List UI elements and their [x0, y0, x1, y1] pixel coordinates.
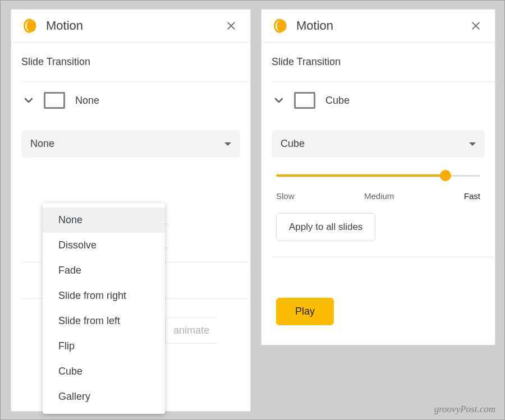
- panel-header: Motion: [261, 10, 495, 42]
- slide-icon: [44, 92, 65, 109]
- close-icon[interactable]: [468, 18, 484, 34]
- panel-header: Motion: [11, 10, 250, 42]
- label-fast: Fast: [464, 191, 480, 201]
- panel-title: Motion: [46, 19, 223, 33]
- motion-icon: [21, 17, 38, 34]
- dropdown-caret-icon: [469, 142, 476, 146]
- dropdown-caret-icon: [224, 142, 231, 146]
- transition-dropdown[interactable]: None: [21, 130, 240, 158]
- menu-item-none[interactable]: None: [43, 207, 165, 233]
- motion-panel-left: Motion Slide Transition None None animat…: [11, 9, 251, 412]
- slider-thumb[interactable]: [440, 170, 451, 181]
- label-medium: Medium: [364, 191, 394, 201]
- menu-item-dissolve[interactable]: Dissolve: [43, 233, 165, 258]
- menu-item-fade[interactable]: Fade: [43, 258, 165, 283]
- slide-icon: [294, 92, 315, 109]
- svg-point-1: [27, 20, 36, 32]
- slider-fill: [276, 174, 446, 177]
- section-title: Slide Transition: [261, 43, 495, 81]
- menu-item-flip[interactable]: Flip: [43, 334, 165, 359]
- menu-item-slide-left[interactable]: Slide from left: [43, 308, 165, 334]
- dropdown-value: Cube: [281, 138, 305, 150]
- watermark: groovyPost.com: [434, 404, 495, 415]
- transition-dropdown[interactable]: Cube: [272, 130, 485, 158]
- section-title: Slide Transition: [11, 43, 250, 81]
- play-button[interactable]: Play: [276, 298, 334, 325]
- close-icon[interactable]: [223, 18, 239, 34]
- label-slow: Slow: [276, 191, 295, 201]
- transition-dropdown-menu: None Dissolve Fade Slide from right Slid…: [43, 203, 165, 414]
- chevron-down-icon[interactable]: [21, 93, 36, 108]
- speed-slider[interactable]: [276, 170, 480, 181]
- menu-item-slide-right[interactable]: Slide from right: [43, 283, 165, 308]
- transition-row[interactable]: Cube: [261, 82, 495, 119]
- menu-item-gallery[interactable]: Gallery: [43, 384, 165, 409]
- motion-panel-right: Motion Slide Transition Cube Cube: [261, 9, 495, 345]
- motion-icon: [272, 17, 288, 34]
- dropdown-value: None: [30, 138, 54, 150]
- animate-text-peek: animate: [165, 317, 217, 344]
- transition-name: None: [75, 95, 99, 107]
- apply-all-button[interactable]: Apply to all slides: [276, 213, 375, 241]
- transition-row[interactable]: None: [11, 82, 250, 119]
- slider-labels: Slow Medium Fast: [261, 181, 495, 201]
- chevron-down-icon[interactable]: [272, 93, 286, 108]
- transition-name: Cube: [325, 95, 350, 107]
- panel-title: Motion: [296, 19, 468, 33]
- divider: [272, 257, 495, 257]
- menu-item-cube[interactable]: Cube: [43, 359, 165, 384]
- svg-point-3: [277, 20, 287, 32]
